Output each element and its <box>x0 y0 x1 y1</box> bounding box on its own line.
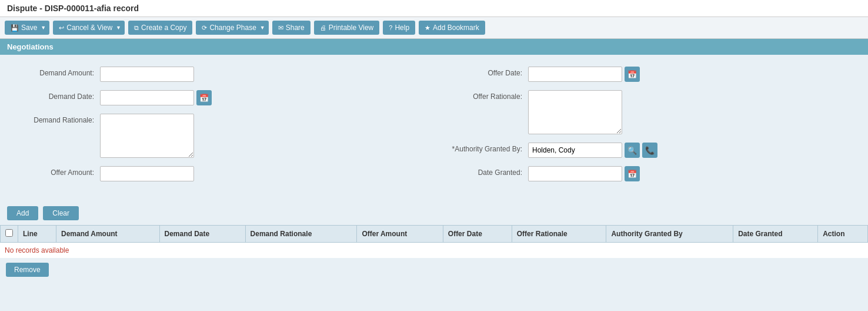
cancel-dropdown-arrow: ▼ <box>116 25 121 31</box>
demand-date-label: Demand Date: <box>18 90 100 101</box>
offer-date-input[interactable] <box>528 67 622 82</box>
phase-dropdown-arrow: ▼ <box>260 25 265 31</box>
offer-amount-input[interactable] <box>100 166 194 181</box>
add-button[interactable]: Add <box>7 206 38 220</box>
form-right-col: Offer Date: 📅 Offer Rationale: *Authorit… <box>446 67 850 190</box>
table-header-line: Line <box>18 226 56 243</box>
cancel-view-label: Cancel & View <box>66 24 112 32</box>
demand-date-calendar-button[interactable]: 📅 <box>196 90 212 105</box>
demand-amount-input[interactable] <box>100 67 194 82</box>
phase-icon: ⟳ <box>202 24 207 32</box>
save-dropdown-arrow: ▼ <box>41 25 46 31</box>
table-header-demand-rationale: Demand Rationale <box>245 226 357 243</box>
demand-rationale-row: Demand Rationale: <box>18 114 422 158</box>
date-granted-input[interactable] <box>528 166 622 181</box>
page-title: Dispute - DISP-000011-afia record <box>0 0 868 17</box>
help-icon: ? <box>389 24 392 31</box>
share-icon: ✉ <box>278 24 283 32</box>
offer-rationale-input[interactable] <box>528 90 622 134</box>
authority-phone-button[interactable]: 📞 <box>642 143 657 158</box>
table-header-row: Line Demand Amount Demand Date Demand Ra… <box>1 226 868 243</box>
print-icon: 🖨 <box>320 24 326 31</box>
bookmark-icon: ★ <box>425 24 430 32</box>
copy-icon: ⧉ <box>134 24 139 32</box>
remove-button-area: Remove <box>0 258 868 282</box>
offer-date-calendar-button[interactable]: 📅 <box>625 67 640 82</box>
table-header-demand-amount: Demand Amount <box>56 226 159 243</box>
authority-search-button[interactable]: 🔍 <box>625 143 640 158</box>
select-all-checkbox[interactable] <box>5 229 13 237</box>
authority-granted-by-label: *Authority Granted By: <box>446 143 528 153</box>
change-phase-label: Change Phase <box>209 24 256 32</box>
action-buttons-area: Add Clear <box>0 201 868 225</box>
date-granted-label: Date Granted: <box>446 166 528 177</box>
demand-date-field: 📅 <box>100 90 212 105</box>
table-header-offer-rationale: Offer Rationale <box>512 226 606 243</box>
table-header-date-granted: Date Granted <box>733 226 818 243</box>
negotiations-table: Line Demand Amount Demand Date Demand Ra… <box>0 225 868 243</box>
table-header-authority-granted-by: Authority Granted By <box>606 226 733 243</box>
authority-granted-field: 🔍 📞 <box>528 143 657 158</box>
demand-amount-label: Demand Amount: <box>18 67 100 77</box>
offer-date-field: 📅 <box>528 67 640 82</box>
printable-view-label: Printable View <box>329 24 374 32</box>
cancel-view-button[interactable]: ↩ Cancel & View ▼ <box>53 21 125 35</box>
table-header-offer-amount: Offer Amount <box>357 226 443 243</box>
offer-amount-label: Offer Amount: <box>18 166 100 177</box>
offer-amount-row: Offer Amount: <box>18 166 422 181</box>
demand-rationale-label: Demand Rationale: <box>18 114 100 124</box>
demand-amount-row: Demand Amount: <box>18 67 422 82</box>
offer-rationale-row: Offer Rationale: <box>446 90 850 134</box>
demand-date-input[interactable] <box>100 90 194 105</box>
date-granted-calendar-button[interactable]: 📅 <box>625 166 640 181</box>
offer-rationale-label: Offer Rationale: <box>446 90 528 101</box>
clear-button[interactable]: Clear <box>43 206 79 220</box>
table-section: Line Demand Amount Demand Date Demand Ra… <box>0 225 868 258</box>
date-granted-field: 📅 <box>528 166 640 181</box>
no-records-message: No records available <box>0 243 868 258</box>
demand-rationale-input[interactable] <box>100 114 194 158</box>
offer-date-label: Offer Date: <box>446 67 528 77</box>
change-phase-button[interactable]: ⟳ Change Phase ▼ <box>196 21 268 35</box>
date-granted-row: Date Granted: 📅 <box>446 166 850 181</box>
form-area: Demand Amount: Demand Date: 📅 Demand Rat… <box>0 55 868 201</box>
create-copy-label: Create a Copy <box>141 24 186 32</box>
save-label: Save <box>21 24 37 32</box>
save-button[interactable]: 💾 Save ▼ <box>5 21 49 35</box>
help-label: Help <box>395 24 409 32</box>
table-header-checkbox <box>1 226 18 243</box>
add-bookmark-label: Add Bookmark <box>433 24 479 32</box>
remove-button[interactable]: Remove <box>6 263 49 277</box>
share-button[interactable]: ✉ Share <box>272 21 311 35</box>
share-label: Share <box>286 24 305 32</box>
demand-date-row: Demand Date: 📅 <box>18 90 422 105</box>
toolbar: 💾 Save ▼ ↩ Cancel & View ▼ ⧉ Create a Co… <box>0 17 868 39</box>
help-button[interactable]: ? Help <box>383 21 415 35</box>
authority-granted-input[interactable] <box>528 143 622 158</box>
cancel-icon: ↩ <box>59 24 64 32</box>
save-icon: 💾 <box>11 24 19 32</box>
authority-granted-by-row: *Authority Granted By: 🔍 📞 <box>446 143 850 158</box>
create-copy-button[interactable]: ⧉ Create a Copy <box>128 21 192 35</box>
offer-date-row: Offer Date: 📅 <box>446 67 850 82</box>
section-header: Negotiations <box>0 39 868 55</box>
table-header-action: Action <box>818 226 868 243</box>
printable-view-button[interactable]: 🖨 Printable View <box>314 21 380 35</box>
table-header-demand-date: Demand Date <box>159 226 245 243</box>
form-left-col: Demand Amount: Demand Date: 📅 Demand Rat… <box>18 67 422 190</box>
table-header-offer-date: Offer Date <box>443 226 512 243</box>
add-bookmark-button[interactable]: ★ Add Bookmark <box>419 21 485 35</box>
